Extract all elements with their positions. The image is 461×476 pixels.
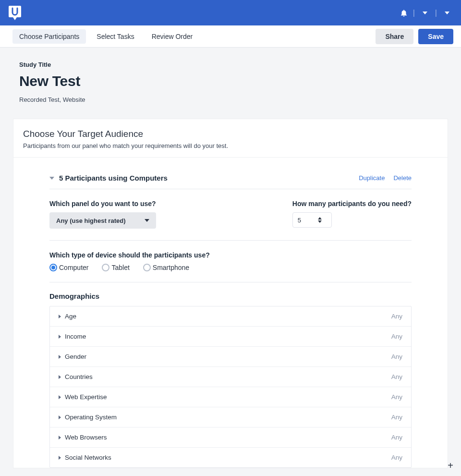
radio-icon [102, 264, 109, 271]
study-meta: Recorded Test, Website [19, 96, 442, 103]
radio-icon [143, 264, 151, 271]
demographic-row-age[interactable]: AgeAny [50, 306, 411, 327]
duplicate-link[interactable]: Duplicate [359, 174, 385, 182]
delete-link[interactable]: Delete [393, 174, 412, 182]
notifications-icon[interactable] [400, 9, 408, 17]
device-label: Which type of device should the particip… [49, 251, 412, 259]
workflow-bar: Choose Participants Select Tasks Review … [0, 25, 461, 48]
panel-field: Which panel do you want to use? Any (use… [49, 200, 156, 229]
demographic-row-gender[interactable]: GenderAny [50, 347, 411, 367]
device-radio-label: Tablet [111, 264, 129, 271]
topbar-divider: | [413, 9, 415, 17]
study-label: Study Title [19, 61, 442, 68]
workflow-tabs: Choose Participants Select Tasks Review … [4, 29, 199, 44]
demographic-row-web-expertise[interactable]: Web ExpertiseAny [50, 387, 411, 407]
demographics-list: AgeAnyIncomeAnyGenderAnyCountriesAnyWeb … [49, 306, 412, 468]
chevron-right-icon [59, 375, 61, 379]
device-radio-label: Smartphone [153, 264, 189, 271]
radio-icon [49, 264, 57, 271]
count-label: How many participants do you need? [292, 200, 412, 207]
demographic-label: Countries [65, 373, 93, 380]
demographic-label: Social Networks [65, 454, 111, 461]
demographic-value: Any [391, 393, 402, 401]
chevron-right-icon [59, 415, 61, 419]
count-input[interactable] [293, 217, 318, 224]
save-button[interactable]: Save [418, 29, 453, 44]
demographic-label: Operating System [65, 414, 117, 421]
demographic-value: Any [391, 434, 402, 441]
panel-select[interactable]: Any (use highest rated) [49, 212, 156, 229]
study-title[interactable]: New Test [19, 73, 442, 89]
participant-count-input[interactable] [292, 212, 332, 228]
demographic-label: Gender [65, 353, 86, 360]
device-radio-tablet[interactable]: Tablet [102, 264, 129, 271]
demographic-row-web-browsers[interactable]: Web BrowsersAny [50, 427, 411, 448]
demographic-label: Web Expertise [65, 393, 107, 401]
chevron-right-icon [59, 335, 61, 339]
topbar-menu-2[interactable] [442, 12, 452, 14]
chevron-right-icon [59, 436, 61, 439]
audience-accordion-header[interactable]: 5 Participants using Computers Duplicate… [49, 169, 412, 189]
demographic-value: Any [391, 454, 402, 461]
card-title: Choose Your Target Audience [23, 129, 438, 139]
tab-choose-participants[interactable]: Choose Participants [12, 29, 86, 44]
tab-select-tasks[interactable]: Select Tasks [90, 29, 141, 44]
demographic-label: Income [65, 333, 86, 340]
demographic-value: Any [391, 313, 402, 320]
tab-review-order[interactable]: Review Order [145, 29, 200, 44]
device-field: Which type of device should the particip… [49, 251, 412, 282]
share-button[interactable]: Share [376, 29, 413, 44]
count-step-down[interactable] [318, 220, 322, 223]
audience-card: Choose Your Target Audience Participants… [13, 119, 448, 468]
topbar-menu-1[interactable] [420, 12, 430, 14]
device-radio-label: Computer [59, 264, 88, 271]
demographic-value: Any [391, 333, 402, 340]
panel-select-value: Any (use highest rated) [56, 217, 125, 224]
demographic-label: Age [65, 313, 76, 320]
chevron-right-icon [59, 355, 61, 359]
brand-logo[interactable] [9, 6, 21, 20]
demographic-label: Web Browsers [65, 434, 107, 441]
chevron-down-icon [145, 219, 149, 222]
study-header: Study Title New Test Recorded Test, Webs… [0, 48, 461, 114]
topbar: | | [0, 0, 461, 25]
demographics-title: Demographics [49, 292, 412, 300]
device-radio-smartphone[interactable]: Smartphone [143, 264, 189, 271]
device-radio-computer[interactable]: Computer [49, 264, 88, 271]
demographic-value: Any [391, 373, 402, 380]
chevron-right-icon [59, 395, 61, 399]
panel-label: Which panel do you want to use? [49, 200, 156, 207]
audience-summary: 5 Participants using Computers [59, 174, 168, 182]
demographic-row-income[interactable]: IncomeAny [50, 327, 411, 347]
demographic-row-social-networks[interactable]: Social NetworksAny [50, 448, 411, 467]
chevron-down-icon [49, 177, 54, 180]
demographic-row-operating-system[interactable]: Operating SystemAny [50, 407, 411, 427]
card-subtitle: Participants from our panel who match yo… [23, 142, 438, 149]
count-field: How many participants do you need? [292, 200, 412, 229]
demographic-value: Any [391, 414, 402, 421]
demographic-value: Any [391, 353, 402, 360]
demographic-row-countries[interactable]: CountriesAny [50, 367, 411, 387]
topbar-divider: | [435, 9, 437, 17]
chevron-right-icon [59, 456, 61, 460]
chevron-right-icon [59, 315, 61, 318]
count-step-up[interactable] [318, 217, 322, 220]
add-button[interactable]: + [448, 460, 453, 471]
